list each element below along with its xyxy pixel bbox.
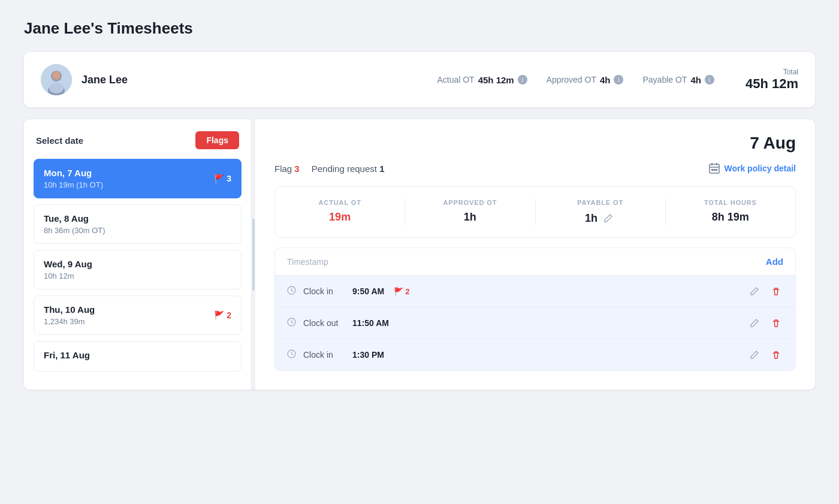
timestamp-header: Timestamp Add — [275, 248, 795, 276]
date-label-4: Fri, 11 Aug — [44, 350, 90, 360]
work-policy-link[interactable]: Work policy detail — [708, 162, 796, 174]
timestamp-card: Timestamp Add Clock in 9:50 AM — [274, 248, 796, 371]
ot-stats: Actual OT 45h 12m i Approved OT 4h i Pay… — [437, 68, 798, 92]
date-label-0: Mon, 7 Aug — [44, 168, 103, 178]
delete-timestamp-0[interactable] — [769, 284, 783, 298]
date-card-1[interactable]: Tue, 8 Aug 8h 36m (30m OT) — [34, 204, 242, 244]
delete-timestamp-1[interactable] — [769, 316, 783, 330]
stat-total-hours: TOTAL HOURS 8h 19m — [665, 199, 795, 225]
ts-time-1: 11:50 AM — [352, 318, 389, 328]
actual-ot-value: 45h 12m — [478, 75, 514, 85]
ts-flag-0: 🚩2 — [394, 287, 409, 296]
sidebar-header: Select date Flags — [34, 131, 242, 149]
stat-actual-ot-value: 19m — [275, 211, 405, 224]
actual-ot-label: Actual OT — [437, 75, 474, 84]
timestamp-title: Timestamp — [287, 257, 328, 267]
flag-count-0: 3 — [227, 174, 231, 183]
trash-icon-2 — [771, 350, 781, 360]
date-sub-2: 10h 12m — [44, 271, 92, 280]
clock-icon-0 — [287, 286, 296, 297]
ts-label-0: Clock in — [303, 286, 345, 296]
clock-icon-2 — [287, 349, 296, 360]
flag-badge-3: 🚩 2 — [214, 310, 231, 320]
scrollbar-thumb[interactable] — [252, 219, 255, 291]
stat-total-hours-value: 8h 19m — [666, 211, 795, 224]
stat-payable-ot-header: PAYABLE OT — [536, 199, 665, 206]
flag-badge-0: 🚩 3 — [214, 174, 231, 183]
timestamp-row-2: Clock in 1:30 PM — [275, 339, 795, 370]
actual-ot-info-icon[interactable]: i — [518, 75, 527, 84]
actual-ot-stat: Actual OT 45h 12m i — [437, 75, 527, 85]
pending-meta-label: Pending request — [312, 164, 377, 174]
approved-ot-info-icon[interactable]: i — [614, 75, 623, 84]
delete-timestamp-2[interactable] — [769, 348, 783, 362]
svg-line-14 — [292, 291, 294, 292]
date-sub-3: 1,234h 39m — [44, 317, 95, 326]
date-card-4[interactable]: Fri, 11 Aug — [34, 341, 242, 372]
svg-rect-9 — [711, 169, 713, 171]
date-label-2: Wed, 9 Aug — [44, 259, 92, 269]
svg-rect-5 — [710, 164, 719, 173]
flag-icon-0: 🚩 — [214, 174, 224, 183]
stat-payable-ot-value: 1h — [536, 211, 665, 225]
approved-ot-label: Approved OT — [547, 75, 596, 84]
total-block: Total 45h 12m — [746, 68, 798, 92]
svg-rect-11 — [716, 169, 717, 171]
svg-line-20 — [292, 354, 294, 355]
pending-meta: Pending request 1 — [312, 164, 385, 174]
stat-actual-ot: ACTUAL OT 19m — [275, 199, 405, 225]
ts-label-2: Clock in — [303, 350, 345, 360]
ts-label-1: Clock out — [303, 318, 345, 328]
page-title: Jane Lee's Timesheets — [24, 19, 815, 38]
meta-left: Flag 3 Pending request 1 — [274, 164, 384, 174]
total-label: Total — [746, 68, 798, 76]
pending-meta-count: 1 — [379, 164, 384, 174]
date-sub-1: 8h 36m (30m OT) — [44, 226, 105, 235]
employee-name: Jane Lee — [82, 74, 128, 86]
row-actions-0 — [747, 284, 783, 298]
edit-timestamp-2[interactable] — [747, 348, 762, 362]
clock-icon-1 — [287, 318, 296, 328]
flag-count-3: 2 — [227, 310, 231, 320]
flags-button[interactable]: Flags — [195, 131, 239, 149]
date-card-2[interactable]: Wed, 9 Aug 10h 12m — [34, 250, 242, 289]
approved-ot-stat: Approved OT 4h i — [547, 75, 624, 85]
payable-ot-value: 4h — [690, 75, 701, 85]
flag-meta: Flag 3 — [274, 164, 300, 174]
main-layout: Select date Flags Mon, 7 Aug 10h 19m (1h… — [24, 119, 815, 390]
date-card-3[interactable]: Thu, 10 Aug 1,234h 39m 🚩 2 — [34, 295, 242, 335]
stat-total-hours-header: TOTAL HOURS — [666, 199, 795, 206]
date-card-0[interactable]: Mon, 7 Aug 10h 19m (1h OT) 🚩 3 — [34, 159, 242, 198]
ts-time-2: 1:30 PM — [352, 350, 384, 360]
total-value: 45h 12m — [746, 76, 798, 92]
stats-card: ACTUAL OT 19m APPROVED OT 1h PAYABLE OT … — [274, 186, 796, 238]
payable-ot-info-icon[interactable]: i — [705, 75, 714, 84]
sidebar-title: Select date — [36, 135, 83, 146]
approved-ot-value: 4h — [600, 75, 611, 85]
timestamp-row-1: Clock out 11:50 AM — [275, 307, 795, 339]
flag-meta-count: 3 — [294, 164, 299, 174]
trash-icon-0 — [771, 286, 781, 296]
employee-card: Jane Lee Actual OT 45h 12m i Approved OT… — [24, 52, 815, 107]
svg-point-4 — [49, 83, 64, 93]
avatar — [41, 64, 72, 95]
payable-ot-edit-button[interactable] — [601, 211, 615, 225]
svg-line-17 — [292, 322, 294, 324]
date-sub-0: 10h 19m (1h OT) — [44, 180, 103, 189]
edit-timestamp-0[interactable] — [747, 284, 762, 298]
edit-icon-1 — [750, 318, 759, 328]
svg-rect-10 — [714, 169, 716, 171]
work-policy-label: Work policy detail — [724, 164, 796, 173]
payable-ot-stat: Payable OT 4h i — [642, 75, 714, 85]
row-actions-2 — [747, 348, 783, 362]
add-timestamp-button[interactable]: Add — [766, 256, 783, 267]
trash-icon-1 — [771, 318, 781, 328]
stat-approved-ot-value: 1h — [405, 211, 535, 224]
stat-actual-ot-header: ACTUAL OT — [275, 199, 405, 206]
edit-icon-2 — [750, 350, 759, 360]
date-label-3: Thu, 10 Aug — [44, 304, 95, 315]
edit-timestamp-1[interactable] — [747, 316, 762, 330]
content-meta: Flag 3 Pending request 1 — [274, 162, 796, 174]
content-area: 7 Aug Flag 3 Pending request 1 — [255, 119, 815, 390]
ts-time-0: 9:50 AM — [352, 286, 384, 296]
